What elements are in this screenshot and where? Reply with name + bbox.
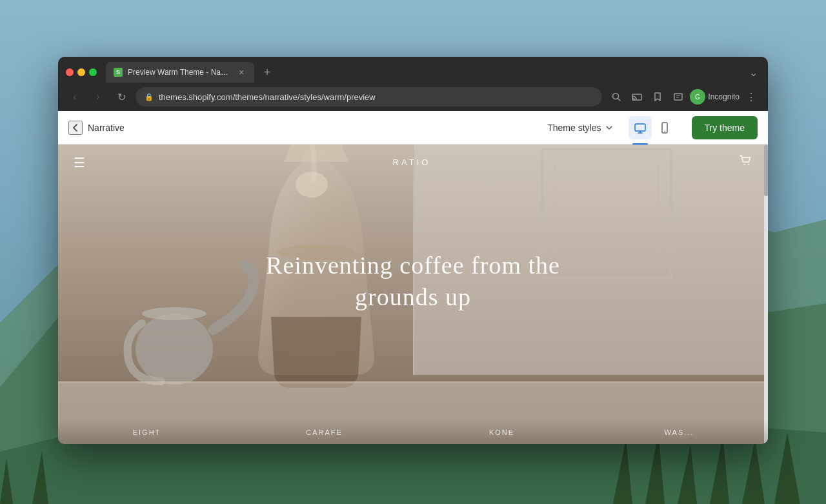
svg-point-25 [664,130,665,132]
svg-point-36 [136,314,213,385]
profile-button[interactable]: G [690,89,705,105]
profile-avatar: G [690,89,705,105]
hamburger-menu-icon[interactable]: ☰ [74,155,85,170]
try-theme-button[interactable]: Try theme [692,116,758,139]
headline-line2: grounds up [355,283,471,310]
hero-text: Reinventing coffee from the grounds up [129,250,697,314]
incognito-label: Incognito [708,92,740,101]
product-item-1[interactable]: CARAFE [236,428,413,436]
back-button[interactable]: ‹ [66,88,84,106]
tab-favicon: S [114,68,123,77]
svg-rect-21 [635,124,645,131]
tab-search-icon[interactable] [669,88,687,106]
browser-chrome: S Preview Warm Theme - Narrat... × + ⌄ ‹… [58,57,768,111]
theme-preview-area: ☰ RATIO Reinventing coffee from the grou… [58,145,768,444]
mobile-view-button[interactable] [653,116,676,139]
tab-title: Preview Warm Theme - Narrat... [128,68,231,77]
tab-menu-icon[interactable]: ⌄ [747,64,760,81]
theme-name-label: Narrative [88,123,539,133]
lock-icon: 🔒 [145,93,154,101]
svg-rect-16 [674,94,682,100]
desktop-view-button[interactable] [629,116,652,139]
url-text: themes.shopify.com/themes/narrative/styl… [159,92,376,102]
traffic-lights [66,68,97,76]
theme-styles-label: Theme styles [547,123,601,133]
active-tab[interactable]: S Preview Warm Theme - Narrat... × [106,62,254,83]
menu-icon[interactable]: ⋮ [742,88,760,106]
search-icon[interactable] [607,88,625,106]
url-bar[interactable]: 🔒 themes.shopify.com/themes/narrative/st… [136,87,602,106]
close-button[interactable] [66,68,74,76]
cart-icon[interactable] [738,154,752,171]
store-preview: ☰ RATIO Reinventing coffee from the grou… [58,145,768,444]
product-item-3[interactable]: WAS... [590,428,768,436]
headline-line1: Reinventing coffee from the [266,252,560,279]
cast-icon[interactable] [628,88,646,106]
address-bar: ‹ › ↻ 🔒 themes.shopify.com/themes/narrat… [58,83,768,111]
forward-button[interactable]: › [89,88,107,106]
svg-point-43 [748,164,749,165]
product-strip: EIGHT CARAFE KONE WAS... [58,421,768,444]
back-to-themes-button[interactable] [68,121,83,135]
tab-close-icon[interactable]: × [236,67,247,77]
svg-rect-39 [58,381,768,383]
svg-point-42 [743,164,745,165]
bookmark-icon[interactable] [649,88,667,106]
scroll-indicator[interactable] [764,145,768,444]
new-tab-button[interactable]: + [258,63,276,81]
minimize-button[interactable] [77,68,85,76]
reload-button[interactable]: ↻ [112,88,130,106]
store-logo: RATIO [393,157,431,167]
theme-styles-button[interactable]: Theme styles [539,119,620,137]
maximize-button[interactable] [89,68,97,76]
product-item-0[interactable]: EIGHT [58,428,236,436]
view-toggle-buttons [629,116,676,139]
product-item-2[interactable]: KONE [413,428,590,436]
svg-text:G: G [695,94,700,101]
browser-window: S Preview Warm Theme - Narrat... × + ⌄ ‹… [58,57,768,444]
svg-line-13 [618,99,621,101]
tab-bar: S Preview Warm Theme - Narrat... × + ⌄ [58,57,768,83]
store-navigation: ☰ RATIO [58,145,768,180]
hero-headline: Reinventing coffee from the grounds up [129,250,697,314]
toolbar-icons: G Incognito ⋮ [607,88,760,106]
theme-preview-bar: Narrative Theme styles Tr [58,111,768,145]
